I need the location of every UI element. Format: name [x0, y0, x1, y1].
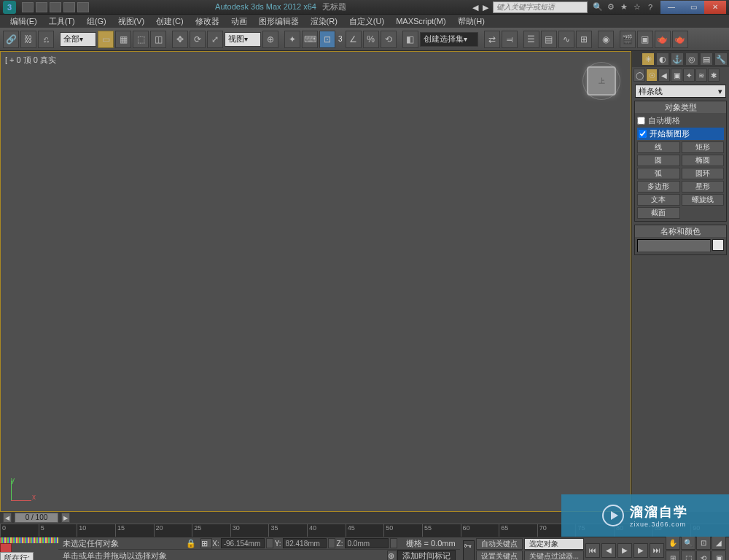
- spinner-snap-icon[interactable]: ⟲: [381, 31, 397, 48]
- transform-type-icon[interactable]: ⊞: [200, 538, 212, 548]
- keyboard-icon[interactable]: ⌨: [302, 31, 318, 48]
- search-input[interactable]: [493, 1, 588, 13]
- lock-icon[interactable]: 🔒: [186, 539, 196, 548]
- play-icon[interactable]: ▶: [617, 543, 632, 558]
- systems-cat-icon[interactable]: ✱: [708, 69, 720, 82]
- shapes-cat-icon[interactable]: ☉: [646, 69, 658, 82]
- z-spinner[interactable]: [390, 538, 397, 548]
- spacewarps-cat-icon[interactable]: ≋: [695, 69, 707, 82]
- help-icon[interactable]: ?: [644, 1, 656, 13]
- start-new-shape-checkbox[interactable]: [639, 130, 647, 138]
- motion-tab-icon[interactable]: ◎: [685, 52, 698, 66]
- move-icon[interactable]: ✥: [172, 31, 188, 48]
- menu-item[interactable]: 自定义(U): [343, 16, 390, 27]
- shape-button[interactable]: 圆: [637, 155, 680, 166]
- y-input[interactable]: [283, 538, 327, 548]
- render-icon[interactable]: 🫖: [655, 31, 671, 48]
- shape-button[interactable]: 截面: [637, 207, 680, 219]
- shape-button[interactable]: 文本: [637, 194, 680, 206]
- menu-item[interactable]: 图形编辑器: [253, 16, 305, 27]
- align-icon[interactable]: ⫤: [502, 31, 518, 48]
- search-prev-icon[interactable]: ◀: [472, 3, 481, 12]
- shape-button[interactable]: 螺旋线: [682, 194, 725, 206]
- menu-item[interactable]: 渲染(R): [305, 16, 343, 27]
- ref-coord-combo[interactable]: 视图 ▾: [225, 32, 261, 47]
- prev-frame-icon[interactable]: ◀: [601, 543, 616, 558]
- x-input[interactable]: [221, 538, 265, 548]
- utilities-tab-icon[interactable]: 🔧: [714, 52, 728, 66]
- favorites-icon[interactable]: ★: [618, 1, 630, 13]
- autogrid-checkbox[interactable]: [637, 117, 645, 125]
- hierarchy-tab-icon[interactable]: ⚓: [671, 52, 684, 66]
- close-button[interactable]: ✕: [704, 1, 726, 14]
- object-color-swatch[interactable]: [712, 239, 724, 251]
- material-editor-icon[interactable]: ◉: [598, 31, 614, 48]
- shape-button[interactable]: 椭圆: [682, 155, 725, 166]
- graphite-icon[interactable]: ▤: [541, 31, 557, 48]
- snap-toggle-icon[interactable]: ⊡: [319, 31, 335, 48]
- layers-icon[interactable]: ☰: [523, 31, 539, 48]
- menu-item[interactable]: 帮助(H): [452, 16, 491, 27]
- time-next-icon[interactable]: ▶: [61, 513, 70, 523]
- rotate-icon[interactable]: ⟳: [190, 31, 206, 48]
- create-tab-icon[interactable]: ✳: [642, 52, 655, 66]
- modify-tab-icon[interactable]: ◐: [656, 52, 669, 66]
- menu-item[interactable]: 工具(T): [43, 16, 81, 27]
- object-name-input[interactable]: [637, 239, 711, 252]
- communication-icon[interactable]: ⚙: [605, 1, 617, 13]
- menu-item[interactable]: 修改器: [190, 16, 225, 27]
- add-time-tag[interactable]: 添加时间标记: [397, 550, 456, 561]
- menu-item[interactable]: 创建(C): [150, 16, 189, 27]
- zoom-region-icon[interactable]: ⬚: [681, 551, 695, 560]
- cameras-cat-icon[interactable]: ▣: [671, 69, 682, 82]
- name-color-header[interactable]: 名称和颜色: [635, 225, 726, 237]
- display-tab-icon[interactable]: ▤: [700, 52, 713, 66]
- geometry-cat-icon[interactable]: ◯: [634, 69, 645, 82]
- zoom-icon[interactable]: 🔍: [681, 535, 695, 550]
- named-sel-combo[interactable]: 创建选择集 ▾: [420, 32, 478, 47]
- time-slider-handle[interactable]: 0 / 100: [15, 513, 58, 523]
- mirror-icon[interactable]: ⇄: [484, 31, 500, 48]
- maximize-viewport-icon[interactable]: ▣: [712, 551, 726, 560]
- render-frame-icon[interactable]: ▣: [637, 31, 653, 48]
- open-icon[interactable]: [36, 2, 47, 12]
- z-input[interactable]: [345, 538, 389, 548]
- viewport[interactable]: [ + 0 顶 0 真实 上 yx: [0, 51, 631, 512]
- orbit-icon[interactable]: ⟲: [696, 551, 711, 560]
- menu-item[interactable]: 动画: [225, 16, 253, 27]
- pivot-icon[interactable]: ⊕: [262, 31, 278, 48]
- shape-button[interactable]: 线: [637, 141, 680, 153]
- shape-button[interactable]: 圆环: [682, 168, 725, 179]
- lights-cat-icon[interactable]: ◀: [658, 69, 670, 82]
- manipulate-icon[interactable]: ✦: [284, 31, 300, 48]
- schematic-icon[interactable]: ⊞: [576, 31, 592, 48]
- subcategory-dropdown[interactable]: 样条线▾: [635, 85, 726, 98]
- minimize-button[interactable]: —: [660, 1, 682, 14]
- shape-button[interactable]: 矩形: [682, 141, 725, 153]
- setkey-button[interactable]: 设置关键点: [476, 551, 523, 560]
- edit-named-sel-icon[interactable]: ◧: [402, 31, 418, 48]
- helpers-cat-icon[interactable]: ✦: [683, 69, 695, 82]
- time-prev-icon[interactable]: ◀: [3, 513, 12, 523]
- link-icon[interactable]: 🔗: [3, 31, 19, 48]
- curve-editor-icon[interactable]: ∿: [558, 31, 574, 48]
- shape-button[interactable]: 多边形: [637, 181, 680, 192]
- selection-filter-combo[interactable]: 全部 ▾: [60, 32, 96, 47]
- bind-icon[interactable]: ⎌: [38, 31, 54, 48]
- select-icon[interactable]: ▭: [98, 31, 114, 48]
- viewport-label[interactable]: [ + 0 顶 0 真实: [5, 55, 56, 66]
- key-filters-button[interactable]: 关键点过滤器...: [524, 551, 584, 560]
- pan-icon[interactable]: ✋: [666, 535, 680, 550]
- shape-button[interactable]: 星形: [682, 181, 725, 192]
- save-icon[interactable]: [50, 2, 61, 12]
- maximize-button[interactable]: ▭: [682, 1, 704, 14]
- select-region-icon[interactable]: ⬚: [133, 31, 149, 48]
- search-next-icon[interactable]: ▶: [483, 3, 491, 12]
- menu-item[interactable]: 组(G): [81, 16, 112, 27]
- new-icon[interactable]: [22, 2, 34, 12]
- fov-icon[interactable]: ◢: [712, 535, 726, 550]
- binoculars-icon[interactable]: 🔍: [592, 1, 604, 13]
- menu-item[interactable]: MAXScript(M): [390, 17, 451, 26]
- render-setup-icon[interactable]: 🎬: [620, 31, 636, 48]
- undo-icon[interactable]: [63, 2, 75, 12]
